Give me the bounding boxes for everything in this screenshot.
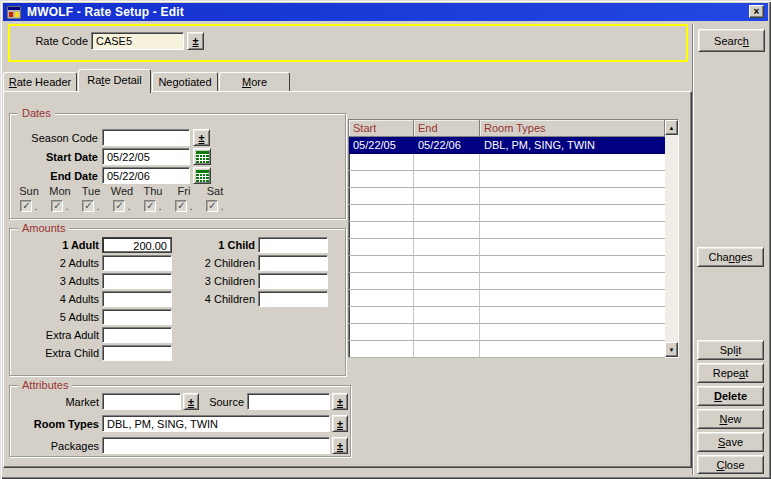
day-mon-checkbox[interactable]: ✓ (51, 200, 63, 212)
day-thu-checkbox[interactable]: ✓ (144, 200, 156, 212)
source-label: Source (202, 396, 244, 408)
grid-scrollbar[interactable]: ▲ ▼ (665, 120, 678, 357)
market-lov-button[interactable]: ± (183, 393, 199, 410)
grid-empty-row[interactable] (349, 341, 665, 358)
grid-empty-cell (480, 171, 665, 188)
source-lov-button[interactable]: ± (332, 393, 348, 410)
grid-row-selected[interactable]: 05/22/05 05/22/06 DBL, PM, SING, TWIN (349, 137, 665, 154)
amount-label-extra-child: Extra Child (10, 347, 99, 359)
grid-empty-row[interactable] (349, 273, 665, 290)
scroll-up-button[interactable]: ▲ (665, 120, 678, 135)
repeat-button[interactable]: Repeat (697, 363, 764, 383)
grid-empty-cell (414, 273, 480, 290)
changes-button[interactable]: Changes (697, 247, 764, 267)
grid-empty-row[interactable] (349, 290, 665, 307)
day-sat-checkbox[interactable]: ✓ (206, 200, 218, 212)
end-date-calendar-button[interactable] (193, 167, 211, 184)
grid-empty-cell (349, 188, 414, 205)
day-dot: . (34, 200, 37, 212)
scrollbar-track[interactable] (665, 135, 678, 342)
grid-empty-cell (480, 205, 665, 222)
grid-col-start: Start (349, 120, 414, 137)
packages-label: Packages (10, 440, 99, 452)
start-date-field[interactable]: 05/22/05 (102, 148, 190, 165)
grid-empty-cell (414, 222, 480, 239)
start-date-calendar-button[interactable] (193, 148, 211, 165)
room-types-lov-button[interactable]: ± (332, 415, 348, 432)
window-close-button[interactable]: × (749, 5, 764, 18)
grid-empty-row[interactable] (349, 154, 665, 171)
grid-empty-row[interactable] (349, 256, 665, 273)
tab-negotiated[interactable]: Negotiated (152, 72, 218, 91)
grid-empty-row[interactable] (349, 307, 665, 324)
season-code-field[interactable] (102, 129, 190, 146)
rate-code-lov-button[interactable]: ± (187, 32, 204, 50)
source-field[interactable] (247, 393, 330, 410)
title-bar[interactable]: MWOLF - Rate Setup - Edit × (3, 3, 768, 21)
grid-empty-cell (414, 341, 480, 358)
grid-empty-cell (480, 239, 665, 256)
grid-empty-row[interactable] (349, 324, 665, 341)
day-wed-checkbox[interactable]: ✓ (113, 200, 125, 212)
tab-more[interactable]: More (219, 72, 290, 91)
grid-empty-row[interactable] (349, 188, 665, 205)
day-sat: Sat ✓. (200, 185, 230, 212)
tab-rate-detail[interactable]: Rate Detail (78, 69, 151, 93)
amounts-group-label: Amounts (18, 222, 69, 234)
grid-empty-row[interactable] (349, 239, 665, 256)
new-button[interactable]: New (697, 409, 764, 429)
grid-empty-row[interactable] (349, 171, 665, 188)
amount-field-5-adults[interactable] (102, 309, 172, 325)
packages-field[interactable] (102, 437, 330, 454)
tab-rate-detail-label: Rate Detail (87, 74, 141, 86)
day-label-thu: Thu (138, 185, 168, 197)
save-button[interactable]: Save (697, 432, 764, 452)
grid-empty-cell (414, 205, 480, 222)
grid-empty-cell (480, 154, 665, 171)
day-fri-checkbox[interactable]: ✓ (175, 200, 187, 212)
packages-lov-button[interactable]: ± (332, 437, 348, 454)
close-icon: × (754, 6, 760, 17)
tab-rate-header[interactable]: Rate Header (3, 72, 77, 91)
search-button[interactable]: Search (698, 29, 765, 52)
panel-divider (692, 24, 694, 475)
search-button-label: Search (714, 35, 749, 47)
grid-empty-cell (349, 256, 414, 273)
dates-group-label: Dates (18, 107, 55, 119)
day-fri: Fri ✓. (169, 185, 199, 212)
grid-col-room-types: Room Types (480, 120, 665, 137)
check-icon: ✓ (22, 201, 30, 211)
amount-field-4-children[interactable] (258, 291, 328, 307)
scroll-down-button[interactable]: ▼ (665, 342, 678, 357)
window-title: MWOLF - Rate Setup - Edit (27, 5, 184, 19)
grid-empty-cell (349, 273, 414, 290)
day-dot: . (65, 200, 68, 212)
room-types-field[interactable]: DBL, PM, SING, TWIN (102, 415, 330, 432)
day-wed: Wed ✓. (107, 185, 137, 212)
grid-empty-cell (480, 222, 665, 239)
amount-field-extra-child[interactable] (102, 345, 172, 361)
lov-icon: ± (188, 396, 194, 408)
market-label: Market (10, 396, 99, 408)
amount-field-extra-adult[interactable] (102, 327, 172, 343)
delete-button[interactable]: Delete (697, 386, 764, 406)
amount-field-3-children[interactable] (258, 273, 328, 289)
grid-empty-row[interactable] (349, 222, 665, 239)
split-button[interactable]: Split (697, 340, 764, 360)
amount-field-1-child[interactable] (258, 237, 328, 253)
day-tue-checkbox[interactable]: ✓ (82, 200, 94, 212)
close-button[interactable]: Close (697, 455, 764, 474)
market-field[interactable] (102, 393, 181, 410)
grid-empty-rows (349, 154, 665, 358)
amount-label-1-adult: 1 Adult (10, 239, 99, 251)
season-code-lov-button[interactable]: ± (193, 129, 210, 146)
grid-empty-cell (480, 324, 665, 341)
amount-field-2-children[interactable] (258, 255, 328, 271)
amount-label-3-adults: 3 Adults (10, 275, 99, 287)
check-icon: ✓ (146, 201, 154, 211)
grid-empty-row[interactable] (349, 205, 665, 222)
day-label-fri: Fri (169, 185, 199, 197)
rate-code-field[interactable]: CASE5 (91, 32, 184, 50)
end-date-field[interactable]: 05/22/06 (102, 167, 190, 184)
day-sun-checkbox[interactable]: ✓ (20, 200, 32, 212)
